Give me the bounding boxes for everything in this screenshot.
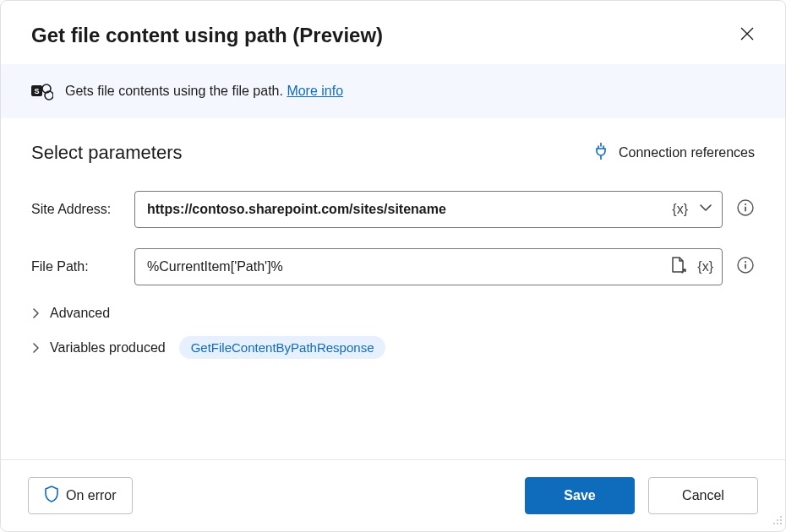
svg-text:S: S [34, 87, 39, 95]
file-select-icon [670, 256, 687, 278]
site-address-input-wrap[interactable]: {x} [134, 191, 723, 228]
advanced-label: Advanced [50, 306, 110, 321]
chevron-down-icon [698, 200, 713, 219]
dialog-footer: On error Save Cancel [1, 459, 785, 531]
variable-picker-button[interactable]: {x} [670, 200, 690, 219]
close-button[interactable] [736, 23, 758, 47]
dialog-title: Get file content using path (Preview) [31, 24, 383, 47]
connection-references-button[interactable]: Connection references [593, 143, 755, 163]
file-picker-button[interactable] [669, 254, 689, 280]
file-path-input[interactable] [147, 259, 662, 274]
footer-actions: Save Cancel [525, 477, 758, 514]
file-path-info-button[interactable] [736, 256, 755, 278]
info-icon [736, 256, 755, 278]
dialog-body: Select parameters Connection references … [1, 118, 785, 459]
more-info-link[interactable]: More info [287, 84, 343, 98]
advanced-expander[interactable]: Advanced [31, 306, 755, 321]
variable-output-badge[interactable]: GetFileContentByPathResponse [179, 336, 386, 359]
svg-rect-9 [745, 264, 746, 269]
connection-references-label: Connection references [619, 145, 755, 160]
params-header: Select parameters Connection references [31, 142, 755, 164]
on-error-button[interactable]: On error [28, 477, 133, 514]
file-path-input-wrap[interactable]: {x} [134, 248, 723, 285]
variables-produced-expander[interactable]: Variables produced GetFileContentByPathR… [31, 336, 755, 359]
banner-text: Gets file contents using the file path. … [65, 84, 343, 99]
plug-icon [593, 143, 609, 163]
close-icon [740, 26, 755, 44]
svg-point-8 [745, 261, 746, 263]
sharepoint-connector-icon: S [31, 81, 53, 101]
variable-picker-button[interactable]: {x} [696, 258, 715, 276]
on-error-label: On error [66, 488, 117, 503]
site-address-info-button[interactable] [736, 198, 755, 220]
info-icon [736, 198, 755, 220]
cancel-button[interactable]: Cancel [648, 477, 758, 514]
site-address-dropdown-button[interactable] [696, 198, 715, 220]
banner-description: Gets file contents using the file path. [65, 84, 287, 98]
svg-point-5 [745, 204, 746, 205]
select-parameters-title: Select parameters [31, 142, 183, 164]
chevron-right-icon [31, 343, 41, 353]
svg-rect-6 [745, 207, 746, 212]
save-button[interactable]: Save [525, 477, 635, 514]
site-address-row: Site Address: {x} [31, 191, 755, 228]
variable-icon: {x} [672, 202, 688, 217]
file-path-row: File Path: {x} [31, 248, 755, 285]
variable-icon: {x} [697, 259, 713, 274]
chevron-right-icon [31, 308, 41, 318]
site-address-label: Site Address: [31, 202, 121, 217]
dialog-header: Get file content using path (Preview) [1, 1, 785, 64]
site-address-input[interactable] [147, 202, 663, 217]
shield-icon [44, 486, 59, 506]
variables-produced-label: Variables produced [50, 340, 166, 356]
file-path-label: File Path: [31, 259, 121, 274]
info-banner: S Gets file contents using the file path… [1, 64, 785, 118]
dialog: Get file content using path (Preview) S … [0, 0, 786, 532]
